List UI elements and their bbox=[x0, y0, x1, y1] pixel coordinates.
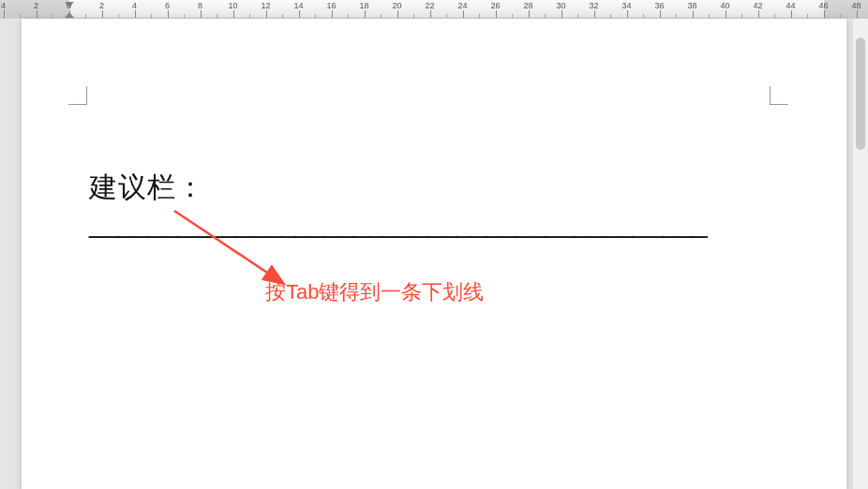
ruler-label: 30 bbox=[556, 1, 565, 10]
ruler-label: 8 bbox=[198, 1, 202, 10]
ruler-tick bbox=[496, 10, 497, 18]
ruler-tick bbox=[266, 10, 267, 18]
scrollbar-thumb[interactable] bbox=[856, 37, 865, 150]
ruler-tick bbox=[643, 14, 644, 18]
ruler-tick bbox=[824, 10, 825, 18]
ruler-tick bbox=[249, 14, 250, 18]
suggestion-label[interactable]: 建议栏： bbox=[89, 169, 205, 207]
ruler-tick bbox=[332, 10, 333, 18]
ruler-tick bbox=[660, 10, 661, 18]
ruler-label: 44 bbox=[786, 1, 795, 10]
ruler-tick bbox=[577, 14, 578, 18]
ruler-label: 2 bbox=[34, 1, 38, 10]
ruler-label: 28 bbox=[523, 1, 532, 10]
ruler-tick bbox=[118, 14, 119, 18]
ruler-label: 48 bbox=[851, 1, 861, 10]
ruler-tick bbox=[774, 14, 775, 18]
ruler-label: 0 bbox=[67, 1, 71, 10]
ruler-tick bbox=[168, 10, 169, 18]
ruler-tick bbox=[85, 14, 86, 18]
ruler-tick bbox=[20, 14, 21, 18]
ruler-label: 10 bbox=[228, 1, 237, 10]
ruler-tick bbox=[545, 14, 546, 18]
ruler-tick bbox=[69, 10, 70, 18]
ruler-tick bbox=[463, 10, 464, 18]
document-page[interactable]: 建议栏：____________________________________… bbox=[22, 19, 846, 489]
ruler-tick bbox=[381, 14, 382, 18]
ruler-tick bbox=[479, 14, 480, 18]
ruler-tick bbox=[37, 10, 37, 18]
ruler-label: 46 bbox=[818, 1, 828, 10]
ruler-tick bbox=[840, 14, 841, 18]
annotation-text: 按Tab键得到一条下划线 bbox=[265, 278, 484, 306]
ruler-tick bbox=[184, 14, 185, 18]
ruler-label: 40 bbox=[720, 1, 729, 10]
page-area: 建议栏：____________________________________… bbox=[0, 19, 868, 489]
ruler-label: 38 bbox=[687, 1, 696, 10]
ruler-label: 2 bbox=[99, 1, 104, 10]
tab-underline[interactable]: ________________________________________… bbox=[89, 207, 707, 239]
ruler-label: 20 bbox=[392, 1, 401, 10]
ruler-tick bbox=[365, 10, 366, 18]
ruler-tick bbox=[299, 10, 300, 18]
ruler-tick bbox=[709, 14, 710, 18]
ruler-label: 4 bbox=[1, 1, 6, 10]
ruler-tick bbox=[529, 10, 530, 18]
ruler-tick bbox=[315, 14, 316, 18]
ruler-label: 42 bbox=[753, 1, 762, 10]
ruler-tick bbox=[217, 14, 217, 18]
ruler-tick bbox=[413, 14, 414, 18]
ruler-label: 36 bbox=[654, 1, 664, 10]
ruler-label: 32 bbox=[589, 1, 598, 10]
ruler-tick bbox=[430, 10, 431, 18]
ruler-label: 22 bbox=[425, 1, 434, 10]
ruler-label: 24 bbox=[457, 1, 467, 10]
ruler-tick bbox=[627, 10, 628, 18]
ruler-tick bbox=[758, 10, 759, 18]
ruler-tick bbox=[52, 14, 53, 18]
ruler-tick bbox=[397, 10, 398, 18]
ruler-label: 14 bbox=[293, 1, 303, 10]
ruler-tick bbox=[726, 10, 726, 18]
ruler-tick bbox=[693, 10, 694, 18]
ruler-tick bbox=[594, 10, 595, 18]
ruler-tick bbox=[512, 14, 513, 18]
ruler-tick bbox=[561, 10, 562, 18]
ruler-label: 12 bbox=[261, 1, 270, 10]
ruler-tick bbox=[102, 10, 103, 18]
ruler-tick bbox=[807, 14, 808, 18]
ruler-label: 4 bbox=[132, 1, 137, 10]
ruler-right-margin bbox=[824, 0, 869, 18]
crop-mark-icon bbox=[68, 86, 87, 105]
ruler-tick bbox=[282, 14, 283, 18]
ruler-label: 26 bbox=[490, 1, 500, 10]
ruler-tick bbox=[233, 10, 234, 18]
ruler-label: 18 bbox=[359, 1, 368, 10]
ruler-tick bbox=[676, 14, 677, 18]
ruler-tick bbox=[446, 14, 447, 18]
ruler-tick bbox=[610, 14, 611, 18]
document-content[interactable]: 建议栏：____________________________________… bbox=[89, 169, 762, 239]
horizontal-ruler[interactable]: 4202468101214161820222426283032343638404… bbox=[0, 0, 868, 19]
vertical-scrollbar[interactable] bbox=[852, 19, 868, 489]
ruler-tick bbox=[857, 10, 858, 18]
ruler-tick bbox=[348, 14, 349, 18]
ruler-tick bbox=[151, 14, 152, 18]
ruler-tick bbox=[4, 10, 5, 18]
ruler-tick bbox=[201, 10, 202, 18]
ruler-label: 6 bbox=[165, 1, 170, 10]
ruler-tick bbox=[741, 14, 742, 18]
ruler-label: 34 bbox=[621, 1, 631, 10]
ruler-tick bbox=[135, 10, 136, 18]
ruler-tick bbox=[791, 10, 792, 18]
crop-mark-icon bbox=[770, 86, 788, 105]
ruler-label: 16 bbox=[326, 1, 336, 10]
